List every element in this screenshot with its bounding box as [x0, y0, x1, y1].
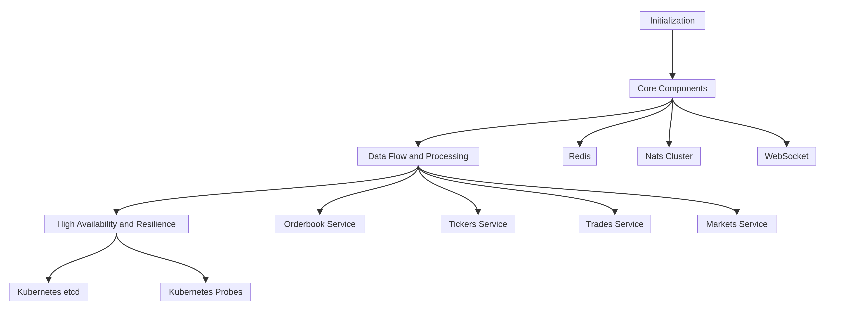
node-markets-service: Markets Service — [698, 215, 776, 233]
edge-ha-to-etcd — [49, 233, 116, 282]
node-label: Tickers Service — [449, 219, 507, 229]
node-label: Data Flow and Processing — [368, 152, 468, 161]
node-websocket: WebSocket — [757, 147, 816, 165]
edge-core-to-nats — [669, 98, 673, 146]
node-kubernetes-etcd: Kubernetes etcd — [9, 283, 88, 301]
edge-dataflow-to-ha — [116, 165, 418, 214]
node-label: Nats Cluster — [645, 152, 692, 161]
edge-dataflow-to-tickers — [418, 165, 478, 214]
edge-core-to-ws — [673, 98, 786, 146]
node-label: Trades Service — [586, 219, 644, 229]
node-high-availability: High Availability and Resilience — [44, 215, 189, 233]
edge-dataflow-to-markets — [418, 165, 737, 214]
node-label: Redis — [569, 152, 591, 161]
edges-layer — [0, 0, 868, 334]
node-trades-service: Trades Service — [579, 215, 651, 233]
node-label: Initialization — [650, 16, 695, 26]
node-label: Orderbook Service — [284, 219, 356, 229]
node-data-flow: Data Flow and Processing — [357, 147, 479, 165]
node-orderbook-service: Orderbook Service — [275, 215, 365, 233]
node-label: Kubernetes Probes — [169, 287, 242, 297]
node-label: High Availability and Resilience — [57, 219, 176, 229]
node-label: Core Components — [638, 84, 707, 93]
node-tickers-service: Tickers Service — [441, 215, 515, 233]
node-redis: Redis — [563, 147, 597, 165]
node-initialization: Initialization — [640, 11, 705, 30]
node-kubernetes-probes: Kubernetes Probes — [160, 283, 251, 301]
edge-dataflow-to-trades — [418, 165, 615, 214]
node-core-components: Core Components — [629, 79, 715, 98]
node-nats-cluster: Nats Cluster — [638, 147, 701, 165]
node-label: WebSocket — [765, 152, 809, 161]
edge-dataflow-to-orderbook — [320, 165, 418, 214]
node-label: Kubernetes etcd — [18, 287, 80, 297]
edge-core-to-dataflow — [418, 98, 673, 146]
node-label: Markets Service — [706, 219, 768, 229]
edge-core-to-redis — [580, 98, 673, 146]
edge-ha-to-probes — [116, 233, 206, 282]
diagram-canvas: Initialization Core Components Data Flow… — [0, 0, 868, 334]
